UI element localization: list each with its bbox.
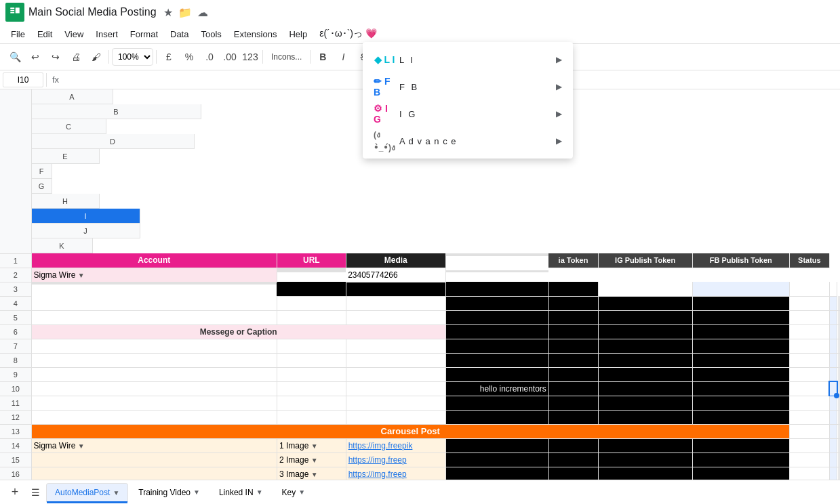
li-icon: ◆ L I (374, 54, 395, 65)
dropdown-item-ig[interactable]: ⚙ I G I G ▶ (363, 100, 573, 127)
advance-arrow-icon: ▶ (556, 136, 562, 146)
li-arrow-icon: ▶ (556, 55, 562, 64)
ig-arrow-icon: ▶ (556, 109, 562, 119)
advance-label: A d v a n c e (395, 136, 556, 146)
dropdown-item-li[interactable]: ◆ L I L I ▶ (363, 46, 573, 73)
dropdown-item-fb[interactable]: ✏ F B F B ▶ (363, 73, 573, 100)
ig-label: I G (395, 109, 556, 119)
fb-label: F B (395, 82, 556, 92)
fb-icon: ✏ F B (374, 76, 395, 98)
fb-arrow-icon: ▶ (556, 82, 562, 91)
dropdown-item-advance[interactable]: (ง •̀_•́)ง A d v a n c e ▶ (363, 127, 573, 154)
advance-icon: (ง •̀_•́)ง (374, 128, 395, 154)
ig-icon: ⚙ I G (374, 103, 395, 125)
dropdown-menu: ◆ L I L I ▶ ✏ F B F B ▶ ⚙ I G I G ▶ (ง •… (363, 42, 573, 159)
li-label: L I (395, 55, 556, 65)
